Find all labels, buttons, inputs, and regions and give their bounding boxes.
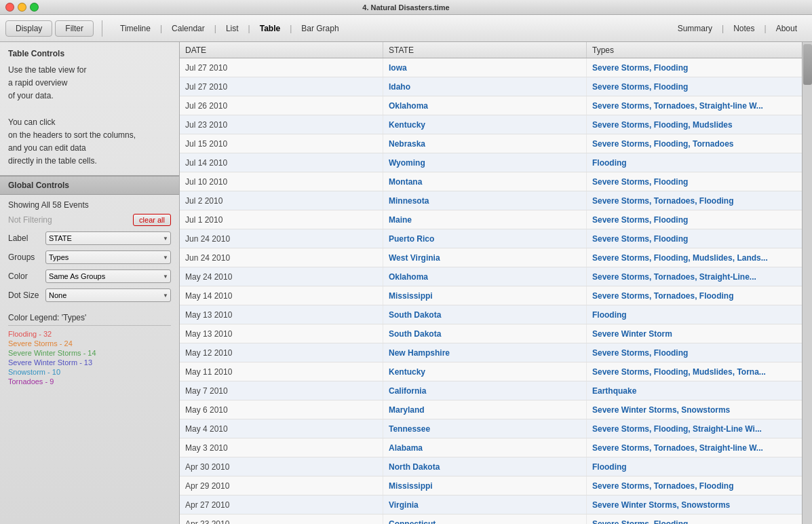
table-row[interactable]: Jul 15 2010 Nebraska Severe Storms, Floo… [180,134,812,153]
color-control-label: Color [8,272,45,281]
label-select[interactable]: STATE [45,231,171,245]
filter-button[interactable]: Filter [55,20,94,37]
table-row[interactable]: Apr 30 2010 North Dakota Flooding [180,457,812,476]
tab-summary[interactable]: Summary [668,21,722,36]
table-row[interactable]: May 11 2010 Kentucky Severe Storms, Floo… [180,362,812,381]
table-row[interactable]: Jul 27 2010 Idaho Severe Storms, Floodin… [180,77,812,96]
cell-state: Puerto Rico [383,229,587,248]
tab-list[interactable]: List [216,21,248,36]
column-header-date[interactable]: DATE [180,42,383,58]
dotsize-select[interactable]: None [45,288,171,302]
cell-date: Jul 10 2010 [180,172,383,191]
color-select[interactable]: Same As Groups [45,269,171,283]
table-row[interactable]: Apr 29 2010 Mississippi Severe Storms, T… [180,476,812,495]
sidebar: Table Controls Use the table view for a … [0,42,180,524]
tab-calendar[interactable]: Calendar [162,21,214,36]
table-row[interactable]: May 13 2010 South Dakota Severe Winter S… [180,324,812,343]
table-row[interactable]: May 14 2010 Mississippi Severe Storms, T… [180,286,812,305]
cell-types: Flooding [587,305,812,324]
cell-date: Apr 30 2010 [180,457,383,476]
cell-types: Severe Storms, Flooding [587,172,812,191]
label-control-label: Label [8,233,45,243]
cell-types: Severe Storms, Tornadoes, Flooding [587,476,812,495]
global-controls-body: Showing All 58 Events Not Filtering clea… [0,195,179,525]
groups-select[interactable]: Types [45,250,171,264]
tab-about[interactable]: About [767,21,807,36]
table-row[interactable]: Jul 23 2010 Kentucky Severe Storms, Floo… [180,115,812,134]
cell-date: Jul 23 2010 [180,115,383,134]
cell-types: Severe Storms, Flooding [587,77,812,96]
legend-divider [8,325,171,326]
legend-item-severe-winter-storms: Severe Winter Storms - 14 [8,349,171,357]
table-row[interactable]: Jun 24 2010 West Virginia Severe Storms,… [180,248,812,267]
color-legend-title: Color Legend: 'Types' [8,313,171,322]
minimize-button[interactable] [18,3,26,12]
table-row[interactable]: Apr 27 2010 Virginia Severe Winter Storm… [180,495,812,514]
cell-state: California [383,381,587,400]
cell-state: North Dakota [383,457,587,476]
color-legend: Color Legend: 'Types' Flooding - 32 Seve… [8,313,171,386]
cell-date: May 6 2010 [180,400,383,419]
global-controls-header: Global Controls [0,176,179,195]
table-body: Jul 27 2010 Iowa Severe Storms, Flooding… [180,58,812,524]
scrollbar-thumb[interactable] [803,44,812,85]
table-row[interactable]: Jul 26 2010 Oklahoma Severe Storms, Torn… [180,96,812,115]
cell-date: May 13 2010 [180,324,383,343]
cell-date: Jul 15 2010 [180,134,383,153]
table-controls-section: Table Controls Use the table view for a … [0,42,179,175]
table-row[interactable]: May 7 2010 California Earthquake [180,381,812,400]
cell-state: Nebraska [383,134,587,153]
cell-types: Severe Storms, Flooding [587,58,812,77]
table-area: DATE STATE Types Jul 27 2010 Iowa Severe… [180,42,812,524]
column-header-state[interactable]: STATE [383,42,587,58]
tab-table[interactable]: Table [250,21,290,36]
cell-state: Oklahoma [383,96,587,115]
tab-bargraph[interactable]: Bar Graph [292,21,348,36]
cell-state: Mississippi [383,286,587,305]
cell-date: Apr 27 2010 [180,495,383,514]
display-button[interactable]: Display [5,20,52,37]
cell-types: Flooding [587,153,812,172]
table-row[interactable]: Jun 24 2010 Puerto Rico Severe Storms, F… [180,229,812,248]
table-row[interactable]: Jul 2 2010 Minnesota Severe Storms, Torn… [180,191,812,210]
toolbar-tabs: Timeline | Calendar | List | Table | Bar… [105,21,354,36]
showing-label: Showing All 58 Events [8,200,171,210]
toolbar-left: Display Filter [0,20,99,37]
table-row[interactable]: Jul 14 2010 Wyoming Flooding [180,153,812,172]
table-row[interactable]: Apr 23 2010 Connecticut Severe Storms, F… [180,514,812,524]
legend-item-severe-winter-storm: Severe Winter Storm - 13 [8,358,171,367]
cell-date: May 7 2010 [180,381,383,400]
cell-state: Connecticut [383,514,587,524]
tab-timeline[interactable]: Timeline [111,21,160,36]
table-row[interactable]: May 12 2010 New Hampshire Severe Storms,… [180,343,812,362]
maximize-button[interactable] [30,3,39,12]
cell-date: Apr 29 2010 [180,476,383,495]
cell-state: Tennessee [383,419,587,438]
table-row[interactable]: May 24 2010 Oklahoma Severe Storms, Torn… [180,267,812,286]
table-row[interactable]: May 6 2010 Maryland Severe Winter Storms… [180,400,812,419]
tab-notes[interactable]: Notes [724,21,764,36]
cell-date: Jun 24 2010 [180,248,383,267]
table-controls-description: Use the table view for a rapid overview … [8,64,171,168]
cell-state: South Dakota [383,324,587,343]
table-row[interactable]: May 4 2010 Tennessee Severe Storms, Floo… [180,419,812,438]
cell-date: Jul 1 2010 [180,210,383,229]
vertical-scrollbar[interactable] [802,42,812,524]
table-row[interactable]: May 3 2010 Alabama Severe Storms, Tornad… [180,438,812,457]
legend-item-flooding: Flooding - 32 [8,330,171,338]
table-row[interactable]: Jul 1 2010 Maine Severe Storms, Flooding [180,210,812,229]
table-row[interactable]: Jul 10 2010 Montana Severe Storms, Flood… [180,172,812,191]
titlebar: 4. Natural Disasters.time [0,0,812,15]
color-select-wrapper: Same As Groups [45,269,171,283]
table-row[interactable]: Jul 27 2010 Iowa Severe Storms, Flooding [180,58,812,77]
cell-state: Mississippi [383,476,587,495]
cell-state: Maryland [383,400,587,419]
main-layout: Table Controls Use the table view for a … [0,42,812,524]
cell-types: Severe Winter Storms, Snowstorms [587,400,812,419]
cell-types: Severe Storms, Flooding, Tornadoes [587,134,812,153]
column-header-types[interactable]: Types [587,42,812,58]
cell-date: May 11 2010 [180,362,383,381]
clear-all-button[interactable]: clear all [133,214,171,226]
table-row[interactable]: May 13 2010 South Dakota Flooding [180,305,812,324]
close-button[interactable] [5,3,14,12]
